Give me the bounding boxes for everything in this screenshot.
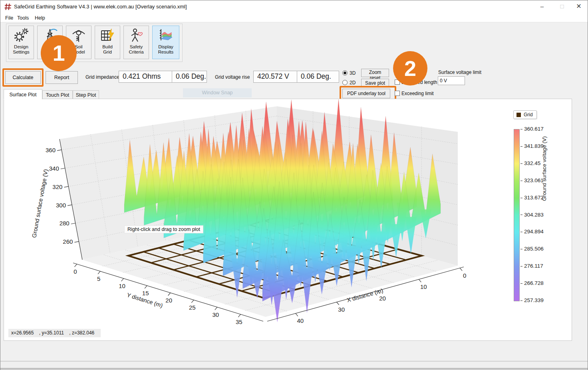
colorbar-tick-label: 323.061 [520,177,544,183]
exceeding-limit-label: Exceeding limit [401,91,434,96]
menu-bar: File Tools Help [0,13,588,22]
grid-voltage-rise-angle: 0.06 Deg. [297,71,339,83]
toolbar-button-label: Display Results [153,44,179,55]
z-axis-label: Ground surface voltage (V) [31,169,49,238]
tab-touch-plot[interactable]: Touch Plot [42,90,73,99]
x-tick-label: 30 [338,306,345,313]
y-tick-label: 30 [212,311,219,318]
design-settings-button[interactable]: Design Settings [8,26,34,59]
window-title: SafeGrid Earthing Software V4.3 | www.el… [14,4,187,10]
grid-voltage-rise-value: 420.572 V [253,71,297,83]
grid-impedance-label: Grid impedance [85,74,119,80]
person-heart-icon [128,28,144,44]
colorbar-tick-label: 341.839 [520,143,544,149]
window-snap-ghost: Window Snap [183,88,252,97]
y-tick-label: 15 [142,290,149,296]
close-button[interactable]: ✕ [570,0,588,12]
report-button[interactable]: Report [46,71,78,84]
legend-grid[interactable]: Grid [513,110,537,119]
z-tick-label: 340 [49,165,59,172]
grid-legend-label: Grid [524,112,533,117]
colorbar [514,129,520,301]
surface-plot-canvas[interactable]: 360340320300280260Ground surface voltage… [4,99,572,341]
menu-item-help[interactable]: Help [33,14,47,22]
zoom-reset-button[interactable]: Zoom reset [361,69,389,77]
gears-icon [13,28,29,44]
y-tick-label: 10 [119,282,125,289]
title-bar: SafeGrid Earthing Software V4.3 | www.el… [0,0,588,13]
x-tick-label: 0 [463,272,466,279]
radio-3d-label: 3D [350,70,356,76]
exceeding-limit-checkbox[interactable] [395,91,400,96]
colorbar-tick-label: 360.617 [520,126,544,132]
grid-impedance-angle: 0.06 Deg. [172,71,207,83]
save-plot-button[interactable]: Save plot [361,79,389,87]
bottom-status-strip [0,362,588,369]
grid-legend-swatch [516,113,521,117]
plot-tooltip: Right-click and drag to zoom plot [124,225,203,233]
app-window: SafeGrid Earthing Software V4.3 | www.el… [0,0,588,370]
y-tick-label: 25 [189,304,196,311]
colorbar-tick-label: 266.728 [520,280,544,286]
x-tick-label: 20 [379,295,386,302]
grid-impedance-value: 0.421 Ohms [119,71,172,83]
colorbar-tick-label: 313.672 [520,195,544,201]
colorbar-tick-label: 304.283 [520,212,544,218]
cursor-coordinates-status: x=26.9565 , y=35.1011 , z=382.046 [8,329,101,337]
z-tick-label: 320 [52,183,62,190]
radio-3d[interactable] [342,70,348,76]
app-icon [4,3,12,10]
y-tick-label: 35 [236,318,242,325]
maximize-button[interactable]: □ [553,0,571,12]
z-tick-label: 360 [46,147,56,153]
y-tick-label: 5 [97,275,100,282]
menu-item-tools[interactable]: Tools [16,14,30,22]
pdf-underlay-tool-button[interactable]: PDF underlay tool [342,89,390,98]
step-1-badge: 1 [41,35,77,71]
colorbar-tick-label: 276.117 [520,263,543,269]
x-tick-label: 10 [420,283,427,290]
z-tick-label: 280 [60,220,70,227]
safety-criteria-button[interactable]: Safety Criteria [123,26,149,59]
colorbar-axis-label: Ground surface voltage (V) [541,123,547,215]
grid-voltage-rise-label: Grid voltage rise [215,74,250,80]
step-2-badge: 2 [393,51,427,86]
x-tick-label: 40 [297,317,304,324]
grid-lightning-icon [99,28,115,44]
radio-2d-label: 2D [350,80,356,86]
tab-surface-plot[interactable]: Surface Plot [4,89,42,99]
surface-voltage-limit-input[interactable] [438,76,465,85]
z-tick-label: 300 [56,202,66,209]
y-tick-label: 0 [74,268,77,275]
calculate-button[interactable]: Calculate [5,71,41,84]
toolbar-button-label: Safety Criteria [124,44,149,55]
menu-item-file[interactable]: File [4,14,15,22]
y-tick-label: 20 [165,297,172,304]
colorbar-tick-label: 294.894 [520,229,544,235]
display-results-button[interactable]: Display Results [152,26,179,59]
toolbar-button-label: Build Grid [95,44,120,55]
build-grid-button[interactable]: Build Grid [95,26,120,59]
colorbar-tick-label: 257.339 [520,297,544,303]
toolbar-button-label: Design Settings [9,44,34,55]
radio-2d[interactable] [342,80,348,85]
soil-auger-icon [71,28,87,44]
minimize-button[interactable]: – [533,0,551,12]
surface-chart-icon [158,28,174,44]
surface-voltage-limit-label: Surface voltage limit [438,70,481,75]
tab-step-plot[interactable]: Step Plot [73,90,99,99]
colorbar-tick-label: 285.506 [520,246,544,252]
z-tick-label: 260 [63,238,73,245]
colorbar-tick-label: 332.45 [520,160,540,166]
